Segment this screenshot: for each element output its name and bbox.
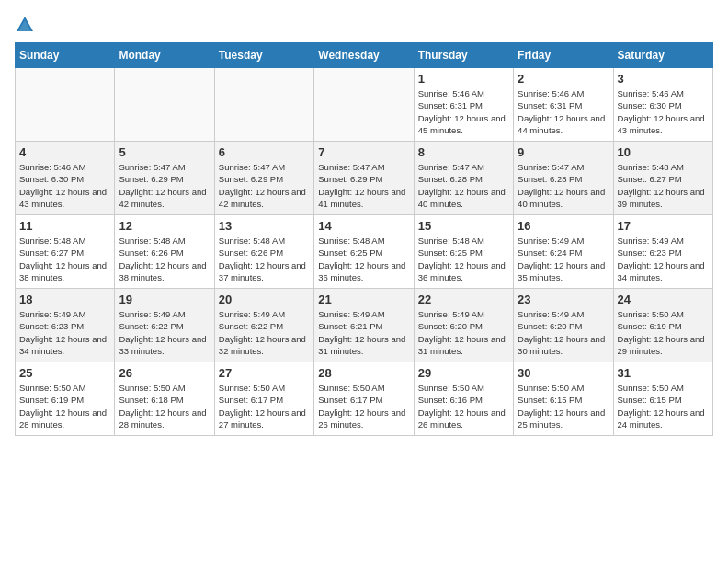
calendar-cell-1-1: 5Sunrise: 5:47 AMSunset: 6:29 PMDaylight… <box>115 142 214 215</box>
day-number: 11 <box>19 219 110 233</box>
day-number: 31 <box>618 366 709 380</box>
day-info: Sunrise: 5:47 AMSunset: 6:29 PMDaylight:… <box>119 161 210 210</box>
day-info: Sunrise: 5:48 AMSunset: 6:25 PMDaylight:… <box>318 235 409 283</box>
calendar-cell-0-4: 1Sunrise: 5:46 AMSunset: 6:31 PMDaylight… <box>414 68 513 142</box>
day-number: 19 <box>119 293 210 306</box>
calendar-cell-2-3: 14Sunrise: 5:48 AMSunset: 6:25 PMDayligh… <box>314 215 414 289</box>
day-info: Sunrise: 5:48 AMSunset: 6:25 PMDaylight:… <box>418 235 509 283</box>
header-sunday: Sunday <box>16 43 115 68</box>
calendar-cell-2-1: 12Sunrise: 5:48 AMSunset: 6:26 PMDayligh… <box>115 215 214 289</box>
day-number: 30 <box>518 366 609 380</box>
week-row-2: 4Sunrise: 5:46 AMSunset: 6:30 PMDaylight… <box>16 142 713 215</box>
calendar-cell-2-2: 13Sunrise: 5:48 AMSunset: 6:26 PMDayligh… <box>214 215 313 289</box>
calendar-cell-1-3: 7Sunrise: 5:47 AMSunset: 6:29 PMDaylight… <box>314 142 414 215</box>
header-wednesday: Wednesday <box>314 43 414 68</box>
header-thursday: Thursday <box>414 43 513 68</box>
day-info: Sunrise: 5:50 AMSunset: 6:16 PMDaylight:… <box>418 382 509 431</box>
header-tuesday: Tuesday <box>214 43 313 68</box>
day-info: Sunrise: 5:49 AMSunset: 6:20 PMDaylight:… <box>518 308 609 357</box>
day-info: Sunrise: 5:50 AMSunset: 6:19 PMDaylight:… <box>19 382 110 431</box>
day-number: 25 <box>19 366 110 380</box>
day-number: 20 <box>219 293 310 306</box>
calendar-cell-3-2: 20Sunrise: 5:49 AMSunset: 6:22 PMDayligh… <box>214 289 313 362</box>
day-info: Sunrise: 5:49 AMSunset: 6:22 PMDaylight:… <box>119 308 210 357</box>
logo-icon <box>15 15 35 35</box>
calendar-cell-4-6: 31Sunrise: 5:50 AMSunset: 6:15 PMDayligh… <box>613 362 712 436</box>
day-info: Sunrise: 5:50 AMSunset: 6:18 PMDaylight:… <box>119 382 210 431</box>
day-number: 7 <box>318 145 409 159</box>
calendar-cell-3-3: 21Sunrise: 5:49 AMSunset: 6:21 PMDayligh… <box>314 289 414 362</box>
day-info: Sunrise: 5:49 AMSunset: 6:22 PMDaylight:… <box>219 308 310 357</box>
calendar-cell-4-0: 25Sunrise: 5:50 AMSunset: 6:19 PMDayligh… <box>16 362 115 436</box>
day-info: Sunrise: 5:47 AMSunset: 6:28 PMDaylight:… <box>418 161 509 210</box>
day-number: 29 <box>418 366 509 380</box>
day-info: Sunrise: 5:47 AMSunset: 6:28 PMDaylight:… <box>518 161 609 210</box>
day-number: 5 <box>119 145 210 159</box>
day-info: Sunrise: 5:50 AMSunset: 6:19 PMDaylight:… <box>618 308 709 357</box>
day-number: 3 <box>618 72 709 86</box>
calendar-cell-0-5: 2Sunrise: 5:46 AMSunset: 6:31 PMDaylight… <box>514 68 613 142</box>
day-info: Sunrise: 5:48 AMSunset: 6:26 PMDaylight:… <box>219 235 310 283</box>
day-info: Sunrise: 5:49 AMSunset: 6:23 PMDaylight:… <box>19 308 110 357</box>
day-info: Sunrise: 5:50 AMSunset: 6:15 PMDaylight:… <box>518 382 609 431</box>
week-row-4: 18Sunrise: 5:49 AMSunset: 6:23 PMDayligh… <box>16 289 713 362</box>
calendar-cell-3-0: 18Sunrise: 5:49 AMSunset: 6:23 PMDayligh… <box>16 289 115 362</box>
week-row-1: 1Sunrise: 5:46 AMSunset: 6:31 PMDaylight… <box>16 68 713 142</box>
calendar-cell-2-0: 11Sunrise: 5:48 AMSunset: 6:27 PMDayligh… <box>16 215 115 289</box>
day-number: 13 <box>219 219 310 233</box>
day-info: Sunrise: 5:50 AMSunset: 6:17 PMDaylight:… <box>318 382 409 431</box>
day-info: Sunrise: 5:48 AMSunset: 6:27 PMDaylight:… <box>19 235 110 283</box>
calendar-cell-1-4: 8Sunrise: 5:47 AMSunset: 6:28 PMDaylight… <box>414 142 513 215</box>
calendar-cell-0-6: 3Sunrise: 5:46 AMSunset: 6:30 PMDaylight… <box>613 68 712 142</box>
calendar-cell-2-5: 16Sunrise: 5:49 AMSunset: 6:24 PMDayligh… <box>514 215 613 289</box>
header-monday: Monday <box>115 43 214 68</box>
day-info: Sunrise: 5:47 AMSunset: 6:29 PMDaylight:… <box>219 161 310 210</box>
calendar-cell-1-2: 6Sunrise: 5:47 AMSunset: 6:29 PMDaylight… <box>214 142 313 215</box>
day-number: 21 <box>318 293 409 306</box>
calendar-cell-4-5: 30Sunrise: 5:50 AMSunset: 6:15 PMDayligh… <box>514 362 613 436</box>
day-info: Sunrise: 5:46 AMSunset: 6:31 PMDaylight:… <box>518 87 609 136</box>
day-number: 6 <box>219 145 310 159</box>
day-number: 26 <box>119 366 210 380</box>
day-info: Sunrise: 5:49 AMSunset: 6:20 PMDaylight:… <box>418 308 509 357</box>
calendar-cell-3-6: 24Sunrise: 5:50 AMSunset: 6:19 PMDayligh… <box>613 289 712 362</box>
calendar-cell-1-0: 4Sunrise: 5:46 AMSunset: 6:30 PMDaylight… <box>16 142 115 215</box>
day-number: 10 <box>618 145 709 159</box>
day-number: 1 <box>418 72 509 86</box>
day-number: 14 <box>318 219 409 233</box>
day-info: Sunrise: 5:48 AMSunset: 6:26 PMDaylight:… <box>119 235 210 283</box>
calendar-cell-4-2: 27Sunrise: 5:50 AMSunset: 6:17 PMDayligh… <box>214 362 313 436</box>
day-number: 2 <box>518 72 609 86</box>
day-number: 17 <box>618 219 709 233</box>
header-saturday: Saturday <box>613 43 712 68</box>
day-number: 12 <box>119 219 210 233</box>
calendar-cell-0-1 <box>115 68 214 142</box>
calendar-cell-1-5: 9Sunrise: 5:47 AMSunset: 6:28 PMDaylight… <box>514 142 613 215</box>
day-info: Sunrise: 5:49 AMSunset: 6:23 PMDaylight:… <box>618 235 709 283</box>
logo <box>15 15 39 35</box>
day-info: Sunrise: 5:48 AMSunset: 6:27 PMDaylight:… <box>618 161 709 210</box>
header-friday: Friday <box>514 43 613 68</box>
week-row-3: 11Sunrise: 5:48 AMSunset: 6:27 PMDayligh… <box>16 215 713 289</box>
calendar-cell-4-4: 29Sunrise: 5:50 AMSunset: 6:16 PMDayligh… <box>414 362 513 436</box>
calendar-cell-4-1: 26Sunrise: 5:50 AMSunset: 6:18 PMDayligh… <box>115 362 214 436</box>
day-number: 4 <box>19 145 110 159</box>
day-number: 16 <box>518 219 609 233</box>
calendar-cell-2-4: 15Sunrise: 5:48 AMSunset: 6:25 PMDayligh… <box>414 215 513 289</box>
day-info: Sunrise: 5:50 AMSunset: 6:15 PMDaylight:… <box>618 382 709 431</box>
calendar-cell-2-6: 17Sunrise: 5:49 AMSunset: 6:23 PMDayligh… <box>613 215 712 289</box>
day-number: 8 <box>418 145 509 159</box>
calendar-table: SundayMondayTuesdayWednesdayThursdayFrid… <box>15 42 713 436</box>
calendar-cell-0-2 <box>214 68 313 142</box>
day-info: Sunrise: 5:49 AMSunset: 6:21 PMDaylight:… <box>318 308 409 357</box>
calendar-cell-0-0 <box>16 68 115 142</box>
calendar-cell-3-4: 22Sunrise: 5:49 AMSunset: 6:20 PMDayligh… <box>414 289 513 362</box>
calendar-cell-3-5: 23Sunrise: 5:49 AMSunset: 6:20 PMDayligh… <box>514 289 613 362</box>
day-number: 15 <box>418 219 509 233</box>
calendar-cell-0-3 <box>314 68 414 142</box>
day-info: Sunrise: 5:50 AMSunset: 6:17 PMDaylight:… <box>219 382 310 431</box>
day-info: Sunrise: 5:46 AMSunset: 6:30 PMDaylight:… <box>19 161 110 210</box>
calendar-cell-1-6: 10Sunrise: 5:48 AMSunset: 6:27 PMDayligh… <box>613 142 712 215</box>
day-number: 24 <box>618 293 709 306</box>
calendar-cell-4-3: 28Sunrise: 5:50 AMSunset: 6:17 PMDayligh… <box>314 362 414 436</box>
